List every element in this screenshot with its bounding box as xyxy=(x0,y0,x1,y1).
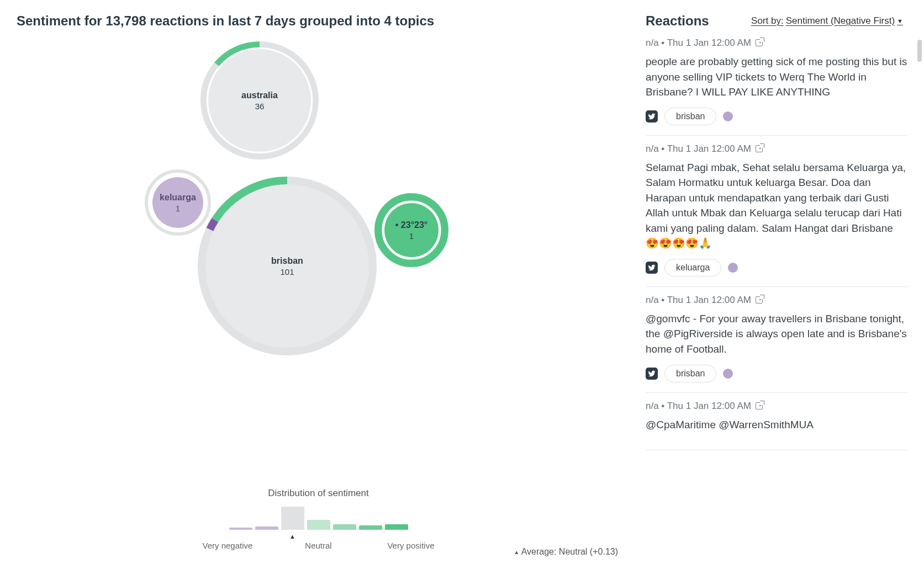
distribution-bar xyxy=(255,526,278,530)
reaction-meta: n/a • Thu 1 Jan 12:00 AM xyxy=(646,295,907,306)
reaction-footer: brisban xyxy=(646,108,907,125)
bubble-count: 101 xyxy=(280,267,294,276)
topic-bubble[interactable]: australia36 xyxy=(200,41,319,159)
reaction-footer: keluarga xyxy=(646,259,907,276)
reaction-meta: n/a • Thu 1 Jan 12:00 AM xyxy=(646,401,907,412)
distribution-bar xyxy=(359,525,382,530)
bubble-count: 1 xyxy=(176,204,180,213)
topic-tag[interactable]: keluarga xyxy=(664,259,721,276)
average-sentiment: ▲ Average: Neutral (+0.13) xyxy=(514,547,618,557)
caret-up-icon: ▲ xyxy=(514,549,519,555)
reactions-list[interactable]: n/a • Thu 1 Jan 12:00 AM people are prob… xyxy=(646,35,913,580)
sentiment-chart-panel: Sentiment for 13,798 reactions in last 7… xyxy=(0,0,637,580)
bubble-count: 36 xyxy=(255,102,265,111)
distribution-title: Distribution of sentiment xyxy=(17,488,620,499)
dist-label-very-positive: Very positive xyxy=(358,541,434,550)
average-sentiment-label: Average: Neutral (+0.13) xyxy=(521,547,618,556)
topic-tag[interactable]: brisban xyxy=(664,365,716,382)
distribution-labels: Very negative Neutral Very positive xyxy=(203,541,435,550)
distribution-bar xyxy=(281,507,304,530)
sentiment-dot xyxy=(723,369,733,379)
reaction-footer: brisban xyxy=(646,365,907,382)
bubble-chart: australia36keluarga1brisban101• 23°23°1 xyxy=(17,29,620,482)
chevron-down-icon: ▼ xyxy=(897,18,903,24)
twitter-icon[interactable] xyxy=(646,110,658,123)
bubble-label: keluarga xyxy=(160,193,196,203)
reaction-text: people are probably getting sick of me p… xyxy=(646,54,907,100)
scrollbar-thumb[interactable] xyxy=(917,40,922,62)
distribution-bars xyxy=(17,504,620,530)
distribution-pointer: ▲ xyxy=(0,534,594,539)
topic-bubble[interactable]: • 23°23°1 xyxy=(374,193,448,267)
sort-dropdown[interactable]: Sort by: Sentiment (Negative First) ▼ xyxy=(751,15,903,26)
sort-value: Sentiment (Negative First) xyxy=(786,15,895,26)
external-link-icon[interactable] xyxy=(756,402,763,409)
topic-tag[interactable]: brisban xyxy=(664,108,716,125)
reaction-text: @gomvfc - For your away travellers in Br… xyxy=(646,311,907,357)
reaction-meta: n/a • Thu 1 Jan 12:00 AM xyxy=(646,143,907,155)
sentiment-dot xyxy=(723,111,733,121)
reaction-text: Selamat Pagi mbak, Sehat selalu bersama … xyxy=(646,160,907,251)
distribution-bar xyxy=(385,524,408,530)
reaction-text: @CpaMaritime @WarrenSmithMUA xyxy=(646,417,907,433)
dist-label-very-negative: Very negative xyxy=(203,541,278,550)
distribution-bar xyxy=(333,524,356,530)
external-link-icon[interactable] xyxy=(756,39,763,46)
sentiment-dot xyxy=(728,263,738,273)
sort-label: Sort by: xyxy=(751,15,784,26)
reaction-item: n/a • Thu 1 Jan 12:00 AM people are prob… xyxy=(646,35,907,136)
page-title: Sentiment for 13,798 reactions in last 7… xyxy=(17,13,620,29)
external-link-icon[interactable] xyxy=(756,145,763,152)
bubble-label: australia xyxy=(241,91,278,100)
bubble-count: 1 xyxy=(409,231,414,241)
dist-label-neutral: Neutral xyxy=(281,541,356,550)
reaction-meta: n/a • Thu 1 Jan 12:00 AM xyxy=(646,38,907,49)
twitter-icon[interactable] xyxy=(646,368,658,380)
reactions-title: Reactions xyxy=(646,13,709,29)
bubble-label: • 23°23° xyxy=(395,220,427,230)
twitter-icon[interactable] xyxy=(646,262,658,274)
external-link-icon[interactable] xyxy=(756,296,763,304)
reaction-item: n/a • Thu 1 Jan 12:00 AM @gomvfc - For y… xyxy=(646,287,907,393)
reactions-panel: Reactions Sort by: Sentiment (Negative F… xyxy=(637,0,924,580)
distribution-bar xyxy=(229,528,252,530)
reaction-item: n/a • Thu 1 Jan 12:00 AM @CpaMaritime @W… xyxy=(646,393,907,451)
topic-bubble[interactable]: brisban101 xyxy=(198,177,377,355)
reaction-item: n/a • Thu 1 Jan 12:00 AM Selamat Pagi mb… xyxy=(646,136,907,287)
distribution-bar xyxy=(307,520,330,530)
bubble-label: brisban xyxy=(271,256,303,266)
